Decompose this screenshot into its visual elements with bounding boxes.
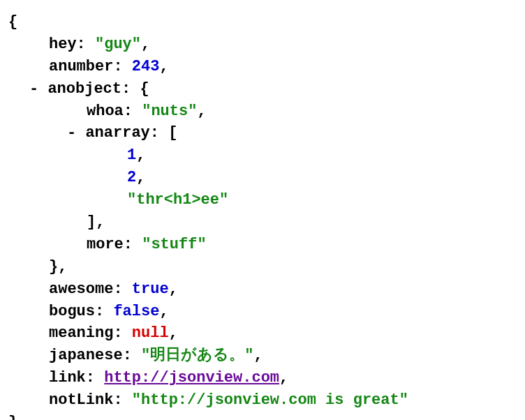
array-item-1: 2, <box>8 167 517 189</box>
prop-awesome: awesome: true, <box>8 278 517 301</box>
prop-meaning: meaning: null, <box>8 322 517 345</box>
prop-anarray-header: - anarray: [ <box>8 122 517 144</box>
prop-link: link: http://jsonview.com, <box>8 367 517 389</box>
prop-notlink: notLink: "http://jsonview.com is great" <box>8 389 517 412</box>
link-url[interactable]: http://jsonview.com <box>104 369 279 387</box>
collapse-toggle-anobject[interactable]: - <box>29 80 38 98</box>
object-open-brace: { <box>8 11 517 33</box>
anobject-close: }, <box>8 256 517 278</box>
collapse-toggle-anarray[interactable]: - <box>67 124 76 142</box>
prop-bogus: bogus: false, <box>8 301 517 323</box>
array-close: ], <box>8 211 517 234</box>
prop-anobject-header: - anobject: { <box>8 78 517 100</box>
object-close-brace: } <box>8 412 517 420</box>
array-item-2: "thr<h1>ee" <box>8 189 517 211</box>
prop-more: more: "stuff" <box>8 234 517 256</box>
prop-whoa: whoa: "nuts", <box>8 100 517 123</box>
array-item-0: 1, <box>8 144 517 167</box>
prop-hey: hey: "guy", <box>8 33 517 56</box>
prop-anumber: anumber: 243, <box>8 56 517 78</box>
prop-japanese: japanese: "明日がある。", <box>8 345 517 367</box>
